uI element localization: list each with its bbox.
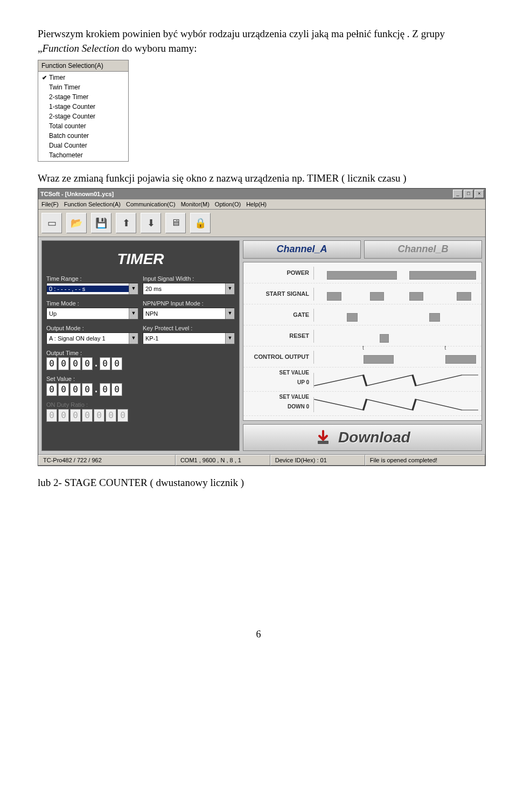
diagram-row-control-output: CONTROL OUTPUTtt <box>243 346 481 367</box>
function-selection-header: Function Selection(A) <box>38 60 128 72</box>
field-label: Key Protect Level : <box>143 325 235 331</box>
digit-cell[interactable]: 0 <box>58 383 69 396</box>
menu-optiono[interactable]: Option(O) <box>215 201 241 207</box>
menu-communicationc[interactable]: Communication(C) <box>126 201 176 207</box>
decimal-dot: . <box>94 358 99 369</box>
function-selection-panel: Function Selection(A) ✔TimerTwin Timer2-… <box>38 60 129 162</box>
set-value-label: SET VALUE <box>243 370 311 376</box>
combo-value: KP-1 <box>143 335 225 342</box>
combo-input-signal-width-[interactable]: 20 ms▼ <box>143 283 235 295</box>
combo-npn-pnp-input-mode-[interactable]: NPN▼ <box>143 308 235 320</box>
digit-cell[interactable]: 0 <box>111 357 122 370</box>
pulse <box>457 292 471 301</box>
decimal-dot: . <box>94 384 99 395</box>
function-item-total-counter[interactable]: Total counter <box>38 121 128 131</box>
diagram-row-label: CONTROL OUTPUT <box>243 353 313 360</box>
minimize-button[interactable]: _ <box>453 190 463 198</box>
lock-icon[interactable]: 🔒 <box>190 213 211 233</box>
svg-rect-0 <box>318 441 329 444</box>
digit-cell: 0 <box>106 409 116 422</box>
save-icon[interactable]: 💾 <box>91 213 111 233</box>
t-marker: t <box>445 345 446 351</box>
digit-cell[interactable]: 0 <box>100 383 110 396</box>
page-number: 6 <box>38 629 479 640</box>
diagram-row-gate: GATE <box>243 304 481 325</box>
digit-cell[interactable]: 0 <box>70 357 81 370</box>
function-selection-list: ✔TimerTwin Timer2-stage Timer1-stage Cou… <box>38 72 128 161</box>
new-icon[interactable]: ▭ <box>41 213 62 233</box>
diagram-track <box>313 373 478 388</box>
digit-cell[interactable]: 0 <box>82 357 93 370</box>
intro-text-2: do wyboru mamy: <box>119 43 197 54</box>
t-marker: t <box>362 345 364 351</box>
function-item-batch-counter[interactable]: Batch counter <box>38 131 128 141</box>
channel-b-button[interactable]: Channel_B <box>364 240 482 259</box>
digit-cell: 0 <box>70 409 81 422</box>
field-label: Output Time : <box>46 350 138 356</box>
combo-time-range-[interactable]: 0 : - - - - , - - s▼ <box>46 283 138 295</box>
upload-icon[interactable]: ⬆ <box>116 213 136 233</box>
chevron-down-icon: ▼ <box>225 308 234 319</box>
diagram-row-label: GATE <box>243 311 313 318</box>
digit-cell[interactable]: 0 <box>70 383 81 396</box>
digit-cell: 0 <box>46 409 57 422</box>
combo-value: A : Signal ON delay 1 <box>47 335 129 342</box>
function-item-label: Total counter <box>47 122 86 130</box>
digit-cell[interactable]: 0 <box>111 383 122 396</box>
channel-a-button[interactable]: Channel_A <box>243 240 361 259</box>
diagram-ramp-down: SET VALUEDOWN 0 <box>243 392 481 416</box>
diagram-track <box>313 267 478 280</box>
monitor-icon[interactable]: 🖥 <box>165 213 186 233</box>
pulse <box>370 292 384 301</box>
diagram-track <box>313 330 478 343</box>
function-item-label: 1-stage Counter <box>47 103 95 110</box>
download-button[interactable]: Download <box>243 424 482 451</box>
menu-filef[interactable]: File(F) <box>41 201 59 207</box>
digit-cell[interactable]: 0 <box>46 357 57 370</box>
field-label: NPN/PNP Input Mode : <box>143 300 235 307</box>
statusbar: TC-Pro482 / 722 / 962 COM1 , 9600 , N , … <box>38 454 485 466</box>
menu-monitorm[interactable]: Monitor(M) <box>181 201 209 207</box>
function-item-2-stage-counter[interactable]: 2-stage Counter <box>38 112 128 121</box>
menu-functionselectiona[interactable]: Function Selection(A) <box>64 201 121 207</box>
bottom-paragraph: lub 2- STAGE COUNTER ( dwustanowy liczni… <box>38 477 479 489</box>
function-item-timer[interactable]: ✔Timer <box>38 73 128 82</box>
combo-value: Up <box>47 310 129 317</box>
digit-cell: 0 <box>94 409 104 422</box>
combo-value: 20 ms <box>143 286 225 292</box>
download-arrow-icon <box>315 429 332 446</box>
menu-helph[interactable]: Help(H) <box>246 201 267 207</box>
function-item-1-stage-counter[interactable]: 1-stage Counter <box>38 102 128 112</box>
close-button[interactable]: × <box>474 190 484 198</box>
workarea: TIMER Time Range :0 : - - - - , - - s▼Ti… <box>38 237 485 454</box>
download-icon[interactable]: ⬇ <box>141 213 161 233</box>
chevron-down-icon: ▼ <box>225 283 234 294</box>
digit-cell[interactable]: 0 <box>58 357 69 370</box>
titlebar: TCSoft - [Unknown01.ycs] _ □ × <box>38 189 485 199</box>
open-icon[interactable]: 📂 <box>66 213 87 233</box>
combo-key-protect-level-[interactable]: KP-1▼ <box>143 332 235 344</box>
combo-time-mode-[interactable]: Up▼ <box>46 308 138 320</box>
function-item-2-stage-timer[interactable]: 2-stage Timer <box>38 92 128 102</box>
chevron-down-icon: ▼ <box>225 333 234 344</box>
combo-output-mode-[interactable]: A : Signal ON delay 1▼ <box>46 332 138 344</box>
function-item-label: 2-stage Timer <box>47 93 88 101</box>
window-title: TCSoft - [Unknown01.ycs] <box>40 191 453 197</box>
digits-output-time-: 0000.00 <box>46 357 138 370</box>
maximize-button[interactable]: □ <box>464 190 473 198</box>
pulse <box>409 292 423 301</box>
digit-cell: 0 <box>117 409 128 422</box>
function-item-tachometer[interactable]: Tachometer <box>38 150 128 160</box>
function-item-dual-counter[interactable]: Dual Counter <box>38 141 128 150</box>
chevron-down-icon: ▼ <box>129 333 138 344</box>
tcsoft-window: TCSoft - [Unknown01.ycs] _ □ × File(F)Fu… <box>38 188 486 466</box>
digit-cell[interactable]: 0 <box>46 383 57 396</box>
function-item-twin-timer[interactable]: Twin Timer <box>38 82 128 92</box>
intro-paragraph: Pierwszym krokiem powinien być wybór rod… <box>38 27 479 55</box>
digit-cell[interactable]: 0 <box>82 383 93 396</box>
digit-cell: 0 <box>82 409 93 422</box>
check-icon: ✔ <box>41 74 47 81</box>
mid-paragraph: Wraz ze zmianą funkcji pojawia się okno … <box>38 171 479 186</box>
field-label: Time Range : <box>46 275 138 282</box>
digit-cell[interactable]: 0 <box>100 357 110 370</box>
